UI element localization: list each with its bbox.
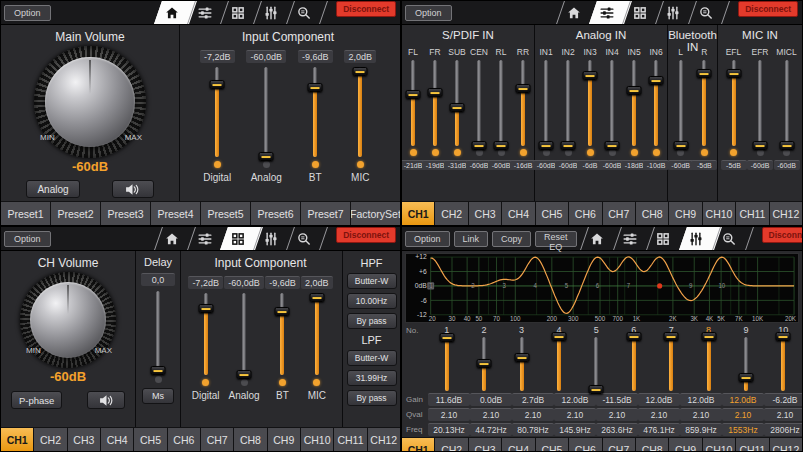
channel-tab-ch10[interactable]: CH10 [301,428,333,451]
volume-slider[interactable] [449,60,465,146]
channel-tab-ch10[interactable]: CH10 [703,438,735,452]
eq-qval-value[interactable]: 2.10 [764,408,803,421]
volume-slider[interactable] [538,60,554,146]
verify-tab[interactable] [287,1,320,24]
gain-value-box[interactable]: -10dB [643,160,669,170]
channel-tab-ch3[interactable]: CH3 [469,202,501,225]
gain-value-box[interactable]: -9,6dB [265,276,300,289]
volume-slider[interactable] [648,60,664,146]
band-number[interactable]: 9 [727,325,764,335]
volume-slider[interactable] [236,293,252,375]
disconnect-button[interactable]: Disconnect [762,227,803,243]
eq-freq-value[interactable]: 80.78Hz [512,423,554,436]
slider-handle[interactable] [516,84,531,93]
matrix-tab[interactable] [221,227,254,250]
eq-qval-value[interactable]: 2.10 [428,408,470,421]
gain-value-box[interactable]: -5dB [691,160,717,170]
volume-slider[interactable] [673,60,689,146]
channel-tab-ch2[interactable]: CH2 [435,438,467,452]
slider-handle[interactable] [210,80,225,89]
eq-band-slider[interactable] [439,337,455,391]
volume-slider[interactable] [258,67,274,157]
eq-gain-value[interactable]: 12.0dB [680,393,722,406]
slider-handle[interactable] [776,332,791,341]
gain-value-box[interactable]: -60,0dB [246,50,286,63]
eq-band-slider[interactable] [701,337,717,391]
lpf-freq-button[interactable]: 31.99Hz [347,370,397,386]
disconnect-button[interactable]: Disconnect [336,227,396,243]
preset-tab-factoryset[interactable]: FactorySet [351,202,400,225]
slider-handle[interactable] [697,69,712,78]
channel-tab-ch2[interactable]: CH2 [34,428,66,451]
channel-tab-ch11[interactable]: CH11 [334,428,366,451]
eq-band-slider[interactable] [626,337,642,391]
slider-handle[interactable] [477,359,492,368]
slider-handle[interactable] [673,141,688,150]
slider-handle[interactable] [779,141,794,150]
channel-tab-ch10[interactable]: CH10 [703,202,735,225]
slider-handle[interactable] [353,68,368,77]
gain-value-box[interactable]: -60,0dB [224,276,264,289]
slider-handle[interactable] [649,76,664,85]
eq-band-slider[interactable] [588,337,604,391]
eq-band-slider[interactable] [738,337,754,391]
volume-slider[interactable] [726,60,742,146]
matrix-tab[interactable] [623,1,656,24]
preset-tab-preset6[interactable]: Preset6 [251,202,300,225]
home-tab[interactable] [557,1,590,24]
channel-tab-ch2[interactable]: CH2 [435,202,467,225]
channel-tab-ch1[interactable]: CH1 [402,202,434,225]
channel-tab-ch3[interactable]: CH3 [68,428,100,451]
channel-tab-ch7[interactable]: CH7 [201,428,233,451]
main-volume-knob[interactable]: MIN MAX [34,46,146,158]
band-number[interactable]: 2 [465,325,502,335]
volume-slider[interactable] [309,293,325,375]
channel-tab-ch5[interactable]: CH5 [536,438,568,452]
eq-freq-value[interactable]: 476.1Hz [638,423,680,436]
preset-tab-preset2[interactable]: Preset2 [51,202,100,225]
slider-handle[interactable] [151,366,166,375]
eq-band-slider[interactable] [775,337,791,391]
ms-button[interactable]: Ms [142,388,174,404]
channel-tab-ch6[interactable]: CH6 [168,428,200,451]
preset-tab-preset3[interactable]: Preset3 [101,202,150,225]
delay-value-box[interactable]: 0,0 [141,273,175,286]
eq-gain-value[interactable]: 12.0dB [722,393,764,406]
channel-tab-ch5[interactable]: CH5 [536,202,568,225]
slider-handle[interactable] [583,71,598,80]
slider-handle[interactable] [627,86,642,95]
slider-handle[interactable] [664,332,679,341]
channel-tab-ch6[interactable]: CH6 [569,438,601,452]
link-button[interactable]: Link [454,231,489,247]
volume-slider[interactable] [779,60,795,146]
eq-band-slider[interactable] [663,337,679,391]
equalizer-tab[interactable] [680,227,713,250]
preset-tab-preset4[interactable]: Preset4 [151,202,200,225]
home-tab[interactable] [581,227,614,250]
option-button[interactable]: Option [4,5,51,21]
p-phase-button[interactable]: P-phase [11,391,62,409]
reset-eq-button[interactable]: Reset EQ [535,231,577,247]
slider-handle[interactable] [428,88,443,97]
volume-slider[interactable] [515,60,531,146]
verify-tab[interactable] [689,1,722,24]
slider-handle[interactable] [701,332,716,341]
equalizer-tab[interactable] [254,1,287,24]
eq-band-slider[interactable] [551,337,567,391]
slider-handle[interactable] [589,385,604,394]
channel-tab-ch1[interactable]: CH1 [1,428,33,451]
eq-qval-value[interactable]: 2.10 [638,408,680,421]
eq-freq-value[interactable]: 263.6Hz [596,423,638,436]
slider-handle[interactable] [539,141,554,150]
eq-gain-value[interactable]: -6.2dB [764,393,803,406]
delay-slider[interactable] [150,291,166,371]
volume-slider[interactable] [696,60,712,146]
channels-tab[interactable] [188,227,221,250]
slider-handle[interactable] [738,373,753,382]
preset-tab-preset1[interactable]: Preset1 [1,202,50,225]
channel-tab-ch3[interactable]: CH3 [469,438,501,452]
eq-qval-value[interactable]: 2.10 [554,408,596,421]
channel-tab-ch11[interactable]: CH11 [736,438,768,452]
gain-value-box[interactable]: -60dB [668,160,694,170]
eq-gain-value[interactable]: 12.0dB [554,393,596,406]
